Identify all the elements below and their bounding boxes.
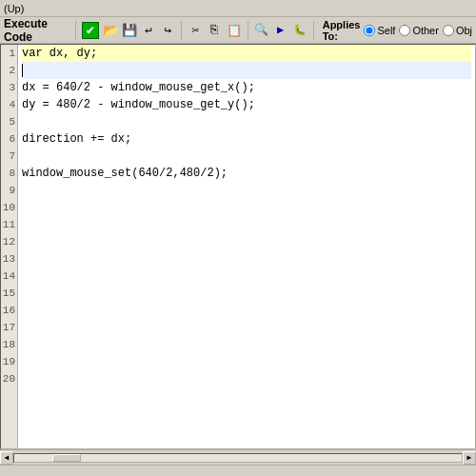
cut-button[interactable]: ✂ bbox=[187, 20, 204, 41]
code-line-3: dx = 640/2 - window_mouse_get_x(); bbox=[22, 79, 471, 96]
run-button[interactable]: ▶ bbox=[272, 20, 289, 41]
code-line-19 bbox=[22, 353, 471, 370]
line-number-6: 6 bbox=[1, 130, 17, 148]
redo-icon: ↪ bbox=[164, 23, 171, 38]
toolbar: Execute Code ✔ 📂 💾 ↩ ↪ ✂ ⎘ 📋 🔍 ▶ � bbox=[0, 17, 476, 44]
open-icon: 📂 bbox=[103, 23, 118, 38]
code-line-10 bbox=[22, 199, 471, 216]
debug-button[interactable]: 🐛 bbox=[291, 20, 308, 41]
self-radio[interactable] bbox=[364, 25, 375, 36]
code-line-8: window_mouse_set(640/2,480/2); bbox=[22, 165, 471, 182]
line-number-17: 17 bbox=[1, 319, 17, 336]
line-number-12: 12 bbox=[1, 233, 17, 250]
applies-to-self[interactable]: Self bbox=[364, 25, 395, 36]
check-icon: ✔ bbox=[82, 22, 99, 39]
line-number-4: 4 bbox=[1, 96, 17, 113]
line-number-3: 3 bbox=[1, 79, 17, 96]
code-line-2 bbox=[22, 62, 471, 79]
undo-button[interactable]: ↩ bbox=[140, 20, 157, 41]
code-line-12 bbox=[22, 233, 471, 250]
scroll-left-icon: ◀ bbox=[5, 453, 10, 462]
applies-to-obj[interactable]: Obj bbox=[443, 25, 472, 36]
line-number-9: 9 bbox=[1, 182, 17, 199]
status-bar bbox=[0, 465, 476, 476]
breadcrumb: (Up) bbox=[0, 0, 476, 17]
applies-to-label: Applies To: bbox=[323, 19, 361, 42]
line-number-18: 18 bbox=[1, 336, 17, 353]
line-number-13: 13 bbox=[1, 250, 17, 268]
code-line-17 bbox=[22, 319, 471, 336]
toolbar-title: Execute Code bbox=[4, 17, 65, 44]
self-label: Self bbox=[377, 25, 395, 36]
code-line-20 bbox=[22, 370, 471, 387]
bottom-scrollbar-bar: ◀ ▶ bbox=[0, 449, 476, 465]
obj-label: Obj bbox=[456, 25, 472, 36]
cut-icon: ✂ bbox=[191, 23, 199, 38]
save-icon: 💾 bbox=[122, 23, 137, 38]
scroll-left-button[interactable]: ◀ bbox=[0, 451, 13, 465]
code-line-6: direction += dx; bbox=[22, 130, 471, 148]
code-line-13 bbox=[22, 250, 471, 268]
toolbar-separator-3 bbox=[248, 21, 248, 40]
text-cursor bbox=[22, 64, 23, 77]
line-number-2: 2 bbox=[1, 62, 17, 79]
copy-icon: ⎘ bbox=[210, 23, 218, 37]
toolbar-separator-4 bbox=[313, 21, 314, 40]
toolbar-separator-2 bbox=[181, 21, 182, 40]
other-radio[interactable] bbox=[399, 25, 410, 36]
copy-button[interactable]: ⎘ bbox=[206, 20, 223, 41]
breadcrumb-text: (Up) bbox=[4, 3, 24, 14]
horizontal-scrollbar-track[interactable] bbox=[13, 453, 463, 463]
obj-radio[interactable] bbox=[443, 25, 454, 36]
scroll-right-button[interactable]: ▶ bbox=[463, 451, 476, 465]
open-button[interactable]: 📂 bbox=[102, 20, 119, 41]
debug-icon: 🐛 bbox=[293, 24, 307, 36]
code-line-14 bbox=[22, 268, 471, 285]
search-button[interactable]: 🔍 bbox=[252, 20, 269, 41]
toolbar-separator-1 bbox=[75, 21, 76, 40]
line-number-20: 20 bbox=[1, 370, 17, 387]
other-label: Other bbox=[412, 25, 439, 36]
line-number-8: 8 bbox=[1, 165, 17, 182]
code-line-4: dy = 480/2 - window_mouse_get_y(); bbox=[22, 96, 471, 113]
code-line-16 bbox=[22, 302, 471, 319]
paste-icon: 📋 bbox=[227, 23, 242, 38]
scroll-right-icon: ▶ bbox=[467, 453, 472, 462]
line-number-1: 1 bbox=[1, 45, 17, 62]
accept-button[interactable]: ✔ bbox=[81, 20, 100, 41]
code-line-1: var dx, dy; bbox=[22, 45, 471, 62]
code-line-7 bbox=[22, 148, 471, 165]
undo-icon: ↩ bbox=[145, 23, 152, 38]
paste-button[interactable]: 📋 bbox=[226, 20, 243, 41]
applies-to-other[interactable]: Other bbox=[399, 25, 439, 36]
code-editor[interactable]: 1234567891011121314151617181920 var dx, … bbox=[0, 44, 476, 449]
redo-button[interactable]: ↪ bbox=[159, 20, 176, 41]
code-line-11 bbox=[22, 216, 471, 233]
code-line-9 bbox=[22, 182, 471, 199]
line-number-11: 11 bbox=[1, 216, 17, 233]
horizontal-scrollbar-thumb[interactable] bbox=[52, 454, 81, 462]
line-number-14: 14 bbox=[1, 268, 17, 285]
run-icon: ▶ bbox=[277, 23, 284, 37]
code-line-5 bbox=[22, 113, 471, 130]
applies-to-section: Applies To: Self Other Obj bbox=[323, 19, 472, 42]
save-button[interactable]: 💾 bbox=[121, 20, 138, 41]
code-line-15 bbox=[22, 285, 471, 302]
line-number-19: 19 bbox=[1, 353, 17, 370]
code-area[interactable]: var dx, dy;dx = 640/2 - window_mouse_get… bbox=[18, 45, 475, 448]
line-number-15: 15 bbox=[1, 285, 17, 302]
line-number-10: 10 bbox=[1, 199, 17, 216]
line-number-7: 7 bbox=[1, 148, 17, 165]
code-line-18 bbox=[22, 336, 471, 353]
line-number-16: 16 bbox=[1, 302, 17, 319]
search-icon: 🔍 bbox=[254, 23, 268, 37]
line-number-5: 5 bbox=[1, 113, 17, 130]
line-numbers: 1234567891011121314151617181920 bbox=[1, 45, 18, 448]
